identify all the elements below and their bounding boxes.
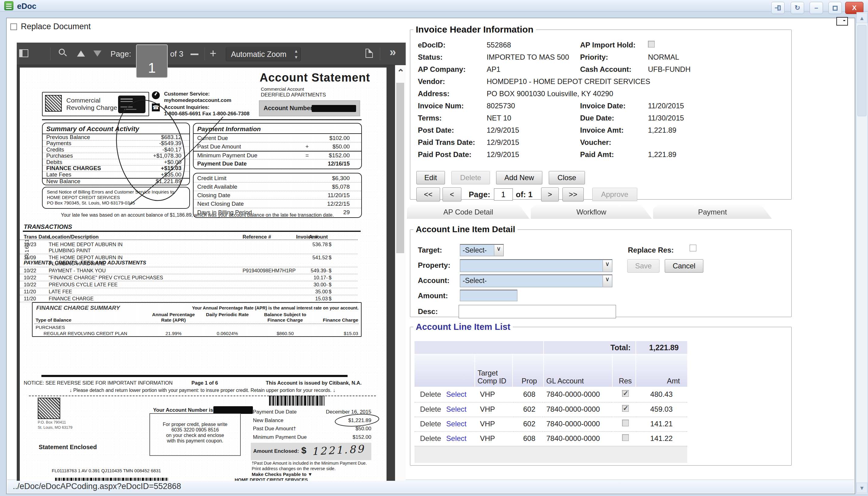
- close-record-button[interactable]: Close: [549, 171, 585, 184]
- delete-link[interactable]: Delete: [420, 405, 441, 413]
- transaction-row: 11/20 FINANCE CHARGE $ 15.03: [20, 295, 358, 302]
- next-page-button[interactable]: >: [541, 187, 559, 201]
- table-footer-row: [415, 446, 687, 463]
- res-checkbox[interactable]: [622, 405, 629, 412]
- edit-button[interactable]: Edit: [416, 171, 445, 184]
- coupon-code-line: FL01118763 1 AV 0.391 QJ110435 TMN 00845…: [52, 468, 161, 473]
- statement-page: CommercialRevolving Charge ☎ Customer Se…: [20, 67, 387, 481]
- property-select[interactable]: ∨: [460, 259, 613, 272]
- tab-workflow[interactable]: Workflow: [531, 204, 652, 219]
- replace-document-label: Replace Document: [21, 22, 91, 31]
- cell-amt: 141.22: [636, 431, 687, 445]
- coupon-home-depot-logo: [38, 398, 60, 419]
- cell-gl: 7840-0000-0000: [544, 417, 612, 431]
- page-number-input[interactable]: 1: [136, 44, 168, 78]
- pager-page-input[interactable]: 1: [494, 188, 513, 201]
- replace-document-checkbox[interactable]: [10, 24, 17, 30]
- zoom-out-icon[interactable]: [190, 53, 199, 55]
- toolbar-overflow-icon[interactable]: »: [390, 46, 396, 59]
- statement-enclosed: Statement Enclosed: [38, 444, 97, 451]
- prev-page-button[interactable]: <: [443, 187, 461, 201]
- delete-link[interactable]: Delete: [420, 420, 441, 428]
- replace-res-checkbox[interactable]: [689, 245, 696, 251]
- pdf-viewer: Page: 1 of 3 + Automatic Zoom ▴▾ » Comme…: [17, 43, 406, 481]
- pager-page-label: Page:: [469, 190, 490, 199]
- margin-code: 851601: [24, 238, 31, 260]
- amount-input[interactable]: [460, 290, 517, 301]
- ap-import-hold-checkbox[interactable]: [648, 41, 655, 47]
- select-link[interactable]: Select: [446, 434, 467, 443]
- select-link[interactable]: Select: [446, 420, 467, 428]
- pdf-scrollbar-thumb[interactable]: [396, 83, 404, 253]
- tab-payment[interactable]: Payment: [653, 204, 772, 219]
- cancel-button[interactable]: Cancel: [665, 259, 703, 273]
- line-item-row: Delete Select VHP 602 7840-0000-0000 459…: [415, 402, 687, 416]
- res-checkbox[interactable]: [622, 420, 629, 426]
- account-select[interactable]: -Select- ∨: [460, 275, 613, 287]
- col-amt: Amt: [636, 355, 687, 387]
- sidebar-toggle-icon[interactable]: [19, 49, 28, 57]
- save-button[interactable]: Save: [627, 259, 660, 273]
- print-icon[interactable]: [366, 49, 373, 58]
- coupon-amount-row: Minimum Payment Due $152.00: [253, 434, 371, 443]
- tab-ap-code-detail[interactable]: AP Code Detail: [407, 204, 530, 219]
- coupon-account-number-label: Your Account Number is: [153, 407, 213, 413]
- pdf-scrollbar[interactable]: ⌃: [395, 65, 406, 481]
- cell-prop: 602: [513, 402, 543, 416]
- first-page-button[interactable]: <<: [416, 187, 440, 201]
- page-label: Page:: [110, 49, 131, 59]
- page-up-icon[interactable]: [77, 50, 85, 57]
- res-checkbox[interactable]: [622, 390, 629, 397]
- minimize-button[interactable]: –: [809, 2, 823, 14]
- footer-notice-line: NOTICE: SEE REVERSE SIDE FOR IMPORTANT I…: [24, 380, 361, 386]
- collapse-panel-button[interactable]: -: [836, 17, 848, 26]
- scroll-up-icon[interactable]: ▲: [856, 13, 867, 23]
- res-checkbox[interactable]: [622, 434, 629, 441]
- pin-icon[interactable]: [771, 2, 785, 14]
- transactions-payments: 10/22 PAYMENT - THANK YOU P91940098EHM7H…: [20, 267, 387, 302]
- maximize-button[interactable]: [828, 2, 842, 14]
- scroll-down-icon[interactable]: ▼: [856, 483, 867, 493]
- delete-link[interactable]: Delete: [420, 390, 441, 398]
- refresh-icon[interactable]: ↻: [791, 2, 804, 14]
- select-arrows-icon: ▴▾: [295, 48, 297, 60]
- add-new-button[interactable]: Add New: [496, 171, 542, 184]
- zoom-select-value: Automatic Zoom: [231, 50, 286, 59]
- pager-of-label: of: 1: [516, 190, 532, 199]
- select-link[interactable]: Select: [446, 405, 467, 413]
- search-icon[interactable]: [59, 49, 65, 55]
- zoom-level-select[interactable]: Automatic Zoom ▴▾: [226, 47, 301, 61]
- page-down-icon[interactable]: [93, 50, 102, 57]
- transaction-row: 10/22 PREVIOUS CYCLE LATE FEE $ 30.00-: [20, 281, 358, 288]
- delete-button[interactable]: Delete: [451, 171, 490, 184]
- transactions-title: TRANSACTIONS: [24, 223, 72, 230]
- maximize-icon: [833, 6, 838, 11]
- cell-comp: VHP: [475, 402, 512, 416]
- scrollbar-thumb[interactable]: [857, 25, 867, 116]
- statusbar: ../eDoc/eDocAPCoding.aspx?eDocID=552868: [7, 480, 854, 493]
- replace-document-row: Replace Document: [10, 22, 91, 31]
- select-link[interactable]: Select: [446, 390, 467, 398]
- line-item-row: Delete Select VHP 602 7840-0000-0000 141…: [415, 417, 687, 431]
- last-page-button[interactable]: >>: [562, 187, 584, 201]
- cell-amt: 141.21: [636, 417, 687, 431]
- field-value: 552868: [487, 41, 580, 49]
- line-item-row: Delete Select VHP 608 7840-0000-0000 141…: [415, 431, 687, 445]
- approve-button[interactable]: Approve: [592, 188, 637, 201]
- total-value: 1,221.89: [636, 341, 687, 354]
- field-label: AP Import Hold:: [580, 41, 648, 49]
- target-select[interactable]: -Select- ∨: [460, 244, 504, 256]
- cell-amt: 480.43: [636, 387, 687, 401]
- cell-gl: 7840-0000-0000: [544, 402, 612, 416]
- zoom-in-icon[interactable]: +: [210, 47, 216, 60]
- window-scrollbar[interactable]: ▲ ▼: [856, 12, 867, 494]
- transactions-section2: PAYMENTS, CREDITS, FEES AND ADJUSTMENTS: [24, 260, 358, 267]
- line-item-detail-legend: Account Line Item Detail: [413, 224, 518, 234]
- desc-input[interactable]: [459, 305, 616, 318]
- delete-link[interactable]: Delete: [420, 434, 441, 443]
- invoice-header-fieldset: Invoice Header Information eDocID: 55286…: [410, 24, 792, 200]
- coupon-account-number-redaction: [213, 406, 253, 414]
- pdf-scroll-up-icon[interactable]: ⌃: [397, 69, 404, 76]
- page-count-label: of 3: [170, 49, 183, 59]
- header-row: Target Comp ID Prop GL Account Res Amt: [415, 355, 687, 387]
